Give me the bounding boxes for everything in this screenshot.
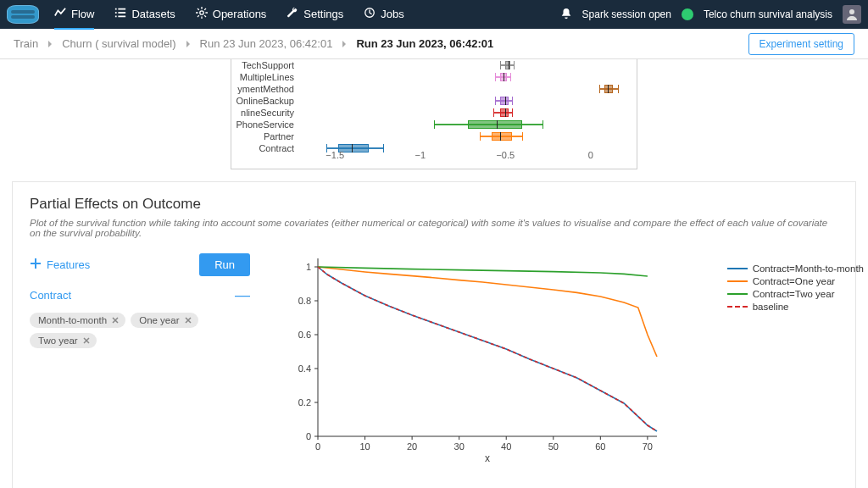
svg-text:0.8: 0.8 xyxy=(298,296,311,306)
nav-jobs[interactable]: Jobs xyxy=(364,0,403,30)
svg-point-6 xyxy=(200,10,203,14)
legend: Contract=Month-to-monthContract=One year… xyxy=(727,263,864,314)
svg-text:30: 30 xyxy=(454,441,465,452)
chip[interactable]: One year xyxy=(131,313,198,328)
nav-label: Settings xyxy=(303,8,343,20)
svg-text:x: x xyxy=(485,452,490,464)
chip-label: One year xyxy=(139,315,179,325)
legend-label: baseline xyxy=(753,302,789,312)
svg-text:1: 1 xyxy=(306,262,311,272)
collapse-feature-button[interactable]: — xyxy=(235,286,250,304)
svg-text:0: 0 xyxy=(306,431,311,441)
chevron-right-icon xyxy=(185,37,192,50)
svg-text:0: 0 xyxy=(315,441,320,452)
chip[interactable]: Month-to-month xyxy=(30,313,125,328)
add-features-button[interactable]: Features xyxy=(30,258,90,272)
feature-importance-chart[interactable]: −1.5−1−0.50 TechSupportMultipleLinesymen… xyxy=(231,59,637,169)
card-title: Partial Effects on Outcome xyxy=(30,196,838,213)
plus-icon xyxy=(30,258,42,272)
status-dot-icon xyxy=(682,8,693,20)
bell-icon[interactable] xyxy=(560,8,572,22)
boxplot-row: ymentMethod xyxy=(231,83,637,95)
chip-remove-icon[interactable] xyxy=(112,315,119,325)
svg-text:40: 40 xyxy=(501,441,511,452)
svg-rect-2 xyxy=(115,12,117,14)
breadcrumb-item[interactable]: Train xyxy=(14,37,38,50)
boxplot-row: nlineSecurity xyxy=(231,107,637,119)
boxplot-row: PhoneService xyxy=(231,119,637,130)
card-description: Plot of the survival function while taki… xyxy=(30,218,838,238)
experiment-setting-button[interactable]: Experiment setting xyxy=(748,33,854,55)
svg-text:0.4: 0.4 xyxy=(298,363,311,374)
boxplot-row: MultipleLines xyxy=(231,71,637,83)
top-nav: Flow Datasets Operations Settings Jobs S… xyxy=(0,0,868,29)
chip-label: Two year xyxy=(38,336,78,346)
legend-label: Contract=Month-to-month xyxy=(753,263,864,274)
nav-label: Jobs xyxy=(381,8,403,20)
survival-line-chart[interactable]: 00.20.40.60.81010203040506070x Contract=… xyxy=(284,253,838,474)
controls-panel: Features Run Contract — Month-to-monthOn… xyxy=(30,253,250,474)
boxplot-row: Partner xyxy=(231,130,637,142)
nav-label: Operations xyxy=(213,8,267,20)
legend-item[interactable]: baseline xyxy=(727,302,864,312)
legend-swatch-icon xyxy=(727,293,748,295)
project-label[interactable]: Telco churn survival analysis xyxy=(704,8,832,20)
jobs-icon xyxy=(364,7,376,21)
chip-remove-icon[interactable] xyxy=(185,315,192,325)
boxplot-row: Contract xyxy=(231,142,637,154)
boxplot-label: Contract xyxy=(231,143,298,153)
svg-text:50: 50 xyxy=(548,441,559,452)
list-icon xyxy=(114,7,126,21)
chip-label: Month-to-month xyxy=(38,315,107,325)
breadcrumb-item[interactable]: Run 23 Jun 2023, 06:42:01 xyxy=(200,37,333,50)
svg-point-8 xyxy=(849,9,854,14)
card-body: Features Run Contract — Month-to-monthOn… xyxy=(30,253,838,474)
nav-flow[interactable]: Flow xyxy=(54,0,94,30)
chip-remove-icon[interactable] xyxy=(83,336,90,346)
boxplot-label: nlineSecurity xyxy=(231,108,298,118)
breadcrumb-item[interactable]: Churn ( survival model) xyxy=(62,37,175,50)
feature-header[interactable]: Contract — xyxy=(30,286,250,304)
svg-text:70: 70 xyxy=(643,441,653,452)
legend-swatch-icon xyxy=(727,306,748,308)
add-features-label: Features xyxy=(47,258,90,271)
svg-rect-0 xyxy=(115,8,117,9)
session-label: Spark session open xyxy=(582,8,671,20)
svg-text:0.6: 0.6 xyxy=(298,330,311,340)
boxplot-label: PhoneService xyxy=(231,119,298,130)
legend-swatch-icon xyxy=(727,268,748,269)
chip[interactable]: Two year xyxy=(30,333,97,348)
chevron-right-icon xyxy=(47,37,53,50)
chips-container: Month-to-monthOne yearTwo year xyxy=(30,313,250,348)
boxplot-label: ymentMethod xyxy=(231,84,298,94)
nav-datasets[interactable]: Datasets xyxy=(114,0,175,30)
legend-label: Contract=Two year xyxy=(753,289,835,299)
svg-text:20: 20 xyxy=(407,441,417,452)
nav-settings[interactable]: Settings xyxy=(287,0,343,30)
legend-label: Contract=One year xyxy=(753,276,835,286)
logo[interactable] xyxy=(7,5,39,24)
breadcrumb-current: Run 23 Jun 2023, 06:42:01 xyxy=(356,37,493,50)
legend-item[interactable]: Contract=One year xyxy=(727,276,864,286)
nav-right: Spark session open Telco churn survival … xyxy=(560,5,861,24)
legend-swatch-icon xyxy=(727,280,748,282)
nav-operations[interactable]: Operations xyxy=(196,0,267,30)
run-button[interactable]: Run xyxy=(199,253,250,276)
boxplot-label: OnlineBackup xyxy=(231,96,298,106)
boxplot-label: MultipleLines xyxy=(231,72,298,82)
boxplot-row: TechSupport xyxy=(231,59,637,71)
legend-item[interactable]: Contract=Month-to-month xyxy=(727,263,864,274)
boxplot-label: TechSupport xyxy=(231,60,298,70)
nav-label: Datasets xyxy=(131,8,175,20)
svg-text:60: 60 xyxy=(595,441,605,452)
flow-icon xyxy=(54,7,66,21)
feature-name: Contract xyxy=(30,289,71,302)
svg-rect-1 xyxy=(119,8,126,9)
svg-rect-5 xyxy=(119,15,126,17)
boxplot-row: OnlineBackup xyxy=(231,95,637,107)
legend-item[interactable]: Contract=Two year xyxy=(727,289,864,299)
svg-rect-3 xyxy=(119,12,126,14)
avatar[interactable] xyxy=(843,5,861,24)
partial-effects-card: Partial Effects on Outcome Plot of the s… xyxy=(12,181,856,488)
svg-rect-4 xyxy=(115,15,117,17)
